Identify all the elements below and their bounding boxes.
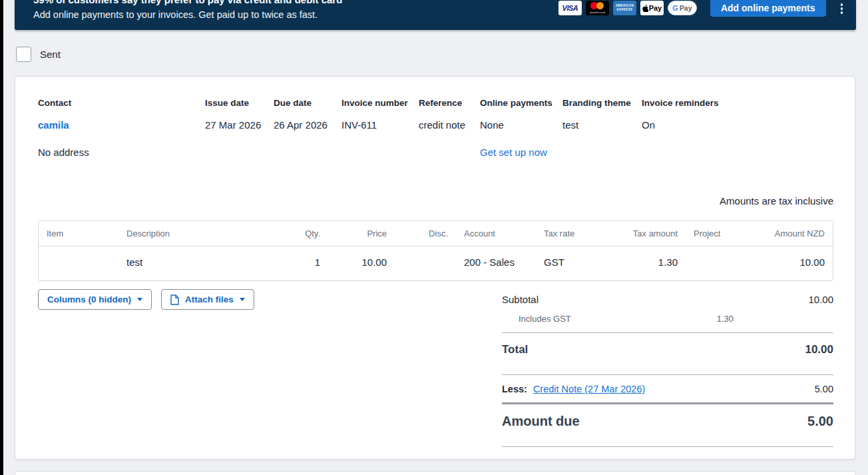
table-row: test 1 10.00 200 - Sales GST 1.30 10.00 xyxy=(39,246,833,281)
invoice-card: Contact camila No address Issue date 27 … xyxy=(15,76,855,460)
total-row: Total 10.00 xyxy=(502,333,833,366)
file-icon xyxy=(170,294,179,305)
chevron-down-icon xyxy=(137,298,142,301)
line-items-table: Item Description Qty. Price Disc. Accoun… xyxy=(38,221,833,281)
tax-inclusive-note: Amounts are tax inclusive xyxy=(720,195,833,207)
mastercard-icon: mastercard xyxy=(586,1,609,15)
credit-note-link[interactable]: Credit Note (27 Mar 2026) xyxy=(533,384,645,394)
field-reference: Reference credit note xyxy=(419,98,465,131)
field-invoice-reminders: Invoice reminders On xyxy=(642,98,719,131)
cell-project xyxy=(686,246,742,281)
columns-button[interactable]: Columns (0 hidden) xyxy=(38,289,152,310)
banner-subtitle: Add online payments to your invoices. Ge… xyxy=(33,9,318,20)
sent-row: Sent xyxy=(16,47,61,62)
cell-tax-rate: GST xyxy=(536,246,612,281)
online-payments-banner: 59% of customers say they prefer to pay … xyxy=(15,0,856,30)
kebab-menu-icon[interactable] xyxy=(839,2,845,15)
less-credit-note-row: Less: Credit Note (27 Mar 2026) 5.00 xyxy=(502,375,833,402)
cell-account: 200 - Sales xyxy=(456,246,536,281)
includes-gst-row: Includes GST 1.30 xyxy=(502,314,833,324)
col-account: Account xyxy=(456,221,536,246)
col-description: Description xyxy=(118,221,258,246)
cell-tax-amount: 1.30 xyxy=(612,246,686,281)
subtotal-row: Subtotal 10.00 xyxy=(502,294,833,305)
amex-icon: AMERICAN EXPRESS xyxy=(613,1,636,15)
field-online-payments: Online payments None Get set up now xyxy=(480,98,552,158)
next-card xyxy=(15,471,856,475)
field-contact: Contact camila No address xyxy=(38,98,89,158)
cell-price: 10.00 xyxy=(328,246,395,281)
contact-address: No address xyxy=(38,147,89,158)
banner-actions: VISA mastercard AMERICAN EXPRESS Pay G P… xyxy=(556,0,847,17)
sent-label: Sent xyxy=(40,49,61,60)
apple-logo-icon xyxy=(642,5,648,12)
includes-gst-value: 1.30 xyxy=(717,314,734,324)
field-branding-theme: Branding theme test xyxy=(562,98,631,131)
subtotal-value: 10.00 xyxy=(808,294,833,305)
col-tax-rate: Tax rate xyxy=(536,221,612,246)
sent-checkbox[interactable] xyxy=(16,47,31,62)
col-tax-amount: Tax amount xyxy=(612,221,686,246)
contact-link[interactable]: camila xyxy=(38,119,69,131)
col-project: Project xyxy=(686,221,742,246)
banner-title: 59% of customers say they prefer to pay … xyxy=(33,0,342,5)
cell-description: test xyxy=(118,246,258,281)
less-value: 5.00 xyxy=(815,384,833,394)
attach-files-button[interactable]: Attach files xyxy=(161,289,254,310)
add-online-payments-button[interactable]: Add online payments xyxy=(710,0,826,17)
window-edge xyxy=(0,0,3,475)
apple-pay-icon: Pay xyxy=(640,1,664,15)
cell-item xyxy=(39,246,118,281)
col-disc: Disc. xyxy=(395,221,456,246)
field-invoice-number: Invoice number INV-611 xyxy=(341,98,408,131)
cell-qty: 1 xyxy=(258,246,328,281)
mastercard-orange-circle xyxy=(596,2,604,9)
table-toolbar: Columns (0 hidden) Attach files xyxy=(38,289,254,310)
total-value: 10.00 xyxy=(805,343,833,356)
field-due-date: Due date 26 Apr 2026 xyxy=(274,98,327,131)
amount-due-row: Amount due 5.00 xyxy=(502,404,833,438)
amount-due-value: 5.00 xyxy=(807,414,833,429)
get-set-up-now-link[interactable]: Get set up now xyxy=(480,147,547,158)
visa-icon: VISA xyxy=(558,1,582,15)
col-amount-nzd: Amount NZD xyxy=(742,221,833,246)
cell-amount-nzd: 10.00 xyxy=(742,246,833,281)
totals-section: Subtotal 10.00 Includes GST 1.30 Total 1… xyxy=(502,294,833,447)
table-header-row: Item Description Qty. Price Disc. Accoun… xyxy=(39,221,833,246)
chevron-down-icon xyxy=(240,298,245,301)
col-item: Item xyxy=(39,221,118,246)
google-pay-icon: G Pay xyxy=(668,1,697,15)
col-price: Price xyxy=(328,221,395,246)
field-issue-date: Issue date 27 Mar 2026 xyxy=(205,98,261,131)
col-qty: Qty. xyxy=(258,221,328,246)
cell-disc xyxy=(395,246,456,281)
